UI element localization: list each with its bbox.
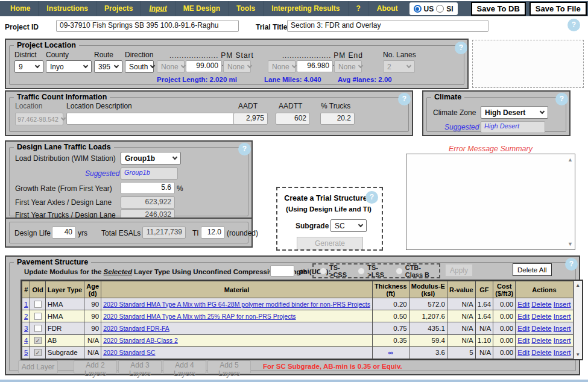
add-4-layers-button[interactable]: Add 4 Layers — [163, 360, 206, 374]
modulus-cell: 572.0 — [409, 298, 447, 310]
delete-link[interactable]: Delete — [531, 313, 551, 320]
design-life-label: Design Life — [14, 229, 51, 237]
row-number-link[interactable]: 2 — [24, 313, 28, 320]
material-link[interactable]: 2020 Standard FDR-FA — [103, 325, 169, 332]
trial-title-label: Trial Title — [256, 23, 287, 31]
subgrade-select[interactable]: SC — [330, 219, 367, 232]
ti-input[interactable]: 12.0 — [201, 227, 225, 239]
row-number-link[interactable]: 4 — [24, 337, 28, 344]
edit-link[interactable]: Edit — [517, 325, 530, 332]
district-select[interactable]: 9 — [14, 60, 43, 73]
row-number-link[interactable]: 1 — [24, 301, 28, 308]
nav-item-tools[interactable]: Tools — [228, 1, 263, 16]
insert-link[interactable]: Insert — [554, 349, 571, 356]
location-select[interactable]: 97.462-98.542 — [15, 113, 63, 125]
material-link[interactable]: 2020 Standard AB-Class 2 — [103, 337, 178, 344]
old-checkbox[interactable]: ✓ — [34, 337, 42, 344]
save-to-file-button[interactable]: Save To File — [530, 2, 587, 16]
calme-input-page: HomeInstructionsProjectsInputME DesignTo… — [0, 0, 588, 382]
project-location-help-icon[interactable]: ? — [455, 42, 467, 54]
nav-item-home[interactable]: Home — [2, 1, 38, 16]
gf-cell: N/A — [475, 322, 493, 334]
nav-item-about[interactable]: About — [368, 1, 406, 16]
trial-title-input[interactable]: Section 3: FDR and Overlay — [287, 20, 488, 32]
pm-start-suffix-select[interactable]: None — [223, 60, 251, 73]
pm-start-input[interactable]: 99.000 — [186, 60, 222, 72]
row-number-link[interactable]: 5 — [24, 349, 28, 356]
r-value-cell: N/A — [447, 310, 475, 322]
error-summary-box[interactable]: ▲ ▼ — [406, 154, 575, 250]
county-select[interactable]: Inyo — [46, 60, 92, 73]
climate-help-icon[interactable]: ? — [555, 93, 568, 105]
insert-link[interactable]: Insert — [554, 301, 571, 308]
layer-type-cell: HMA — [45, 310, 84, 322]
delete-link[interactable]: Delete — [531, 301, 551, 308]
no-lanes-select[interactable]: 2 — [383, 60, 415, 73]
chevron-down-icon — [114, 63, 119, 68]
add-2-layers-button[interactable]: Add 2 Layers — [74, 360, 117, 374]
scroll-down-icon[interactable]: ▼ — [567, 241, 573, 247]
edit-link[interactable]: Edit — [517, 301, 530, 308]
insert-link[interactable]: Insert — [554, 337, 571, 344]
nav-item-[interactable]: ? — [348, 1, 368, 16]
nav-item-instructions[interactable]: Instructions — [38, 1, 96, 16]
trial-structure-help-icon[interactable]: ? — [365, 191, 378, 204]
old-checkbox[interactable] — [34, 325, 42, 332]
growth-rate-input[interactable]: 5.6 — [121, 182, 175, 194]
delete-link[interactable]: Delete — [531, 337, 551, 344]
old-checkbox[interactable] — [34, 301, 42, 308]
design-life-input[interactable]: 40 — [52, 227, 76, 239]
nav-item-projects[interactable]: Projects — [96, 1, 141, 16]
nav-item-me-design[interactable]: ME Design — [175, 1, 228, 16]
traffic-loads-help-icon[interactable]: ? — [238, 143, 251, 155]
direction-select[interactable]: South — [125, 60, 154, 73]
col-header-r-value: R-value — [447, 281, 475, 298]
add-5-layers-button[interactable]: Add 5 Layers — [207, 360, 251, 374]
material-link[interactable]: 2020 Standard HMA Type A Mix with PG 64-… — [103, 301, 370, 308]
ucs-radio-ts-lss[interactable]: TS->LSS — [358, 264, 385, 278]
traffic-loads-section: Design Lane Traffic Loads ? Load Distrib… — [5, 140, 253, 219]
units-toggle: US SI — [409, 2, 458, 15]
add-3-layers-button[interactable]: Add 3 Layers — [118, 360, 162, 374]
old-checkbox[interactable] — [34, 313, 42, 320]
si-radio[interactable] — [436, 5, 444, 13]
actions-cell: Edit Delete Insert — [516, 298, 573, 310]
layer-type-cell: HMA — [45, 298, 84, 310]
scroll-up-icon[interactable]: ▲ — [567, 157, 573, 163]
table-scrollbar[interactable]: ▲ ▼ — [574, 281, 582, 359]
route-select[interactable]: 395 — [94, 60, 122, 73]
page-help-icon[interactable]: ? — [567, 19, 580, 31]
wim-select[interactable]: Group1b — [121, 152, 181, 164]
edit-link[interactable]: Edit — [517, 337, 530, 344]
ucs-radio-ts-css[interactable]: TS->CSS — [320, 264, 348, 278]
pavement-help-icon[interactable]: ? — [565, 258, 578, 271]
direction-label: Direction — [125, 51, 153, 59]
delete-all-button[interactable]: Delete All — [513, 263, 552, 276]
insert-link[interactable]: Insert — [554, 325, 571, 332]
pm-end-prefix-select[interactable]: None — [268, 60, 296, 73]
row-number-link[interactable]: 3 — [24, 325, 28, 332]
material-link[interactable]: 2020 Standard SC — [103, 349, 155, 356]
generate-button[interactable]: Generate — [297, 237, 363, 249]
us-radio[interactable] — [414, 5, 422, 13]
material-link[interactable]: 2020 Standard HMA Type A Mix with 25% RA… — [103, 313, 296, 320]
old-checkbox[interactable]: ✓ — [34, 349, 42, 356]
ucs-input[interactable] — [270, 265, 294, 277]
edit-link[interactable]: Edit — [517, 313, 530, 320]
nav-item-interpreting-results[interactable]: Interpreting Results — [263, 1, 347, 16]
apply-button[interactable]: Apply — [445, 264, 473, 277]
traffic-count-help-icon[interactable]: ? — [398, 93, 411, 105]
climate-zone-select[interactable]: High Desert — [481, 106, 548, 119]
delete-link[interactable]: Delete — [531, 325, 551, 332]
add-layer-button[interactable]: Add Layer — [18, 360, 58, 374]
nav-item-input[interactable]: Input — [141, 1, 174, 16]
project-id-input[interactable]: 09-37910 Fish Springs SB 395 100.8-91.6-… — [56, 20, 239, 32]
delete-link[interactable]: Delete — [531, 349, 551, 356]
edit-link[interactable]: Edit — [517, 349, 530, 356]
ucs-radio-ctb-class-b[interactable]: CTB-Class B — [396, 264, 433, 278]
pm-end-input[interactable]: 96.980 — [297, 60, 333, 72]
insert-link[interactable]: Insert — [554, 313, 571, 320]
pm-end-suffix-select[interactable]: None — [334, 60, 362, 73]
pm-start-prefix-select[interactable]: None — [157, 60, 185, 73]
save-to-db-button[interactable]: Save To DB — [471, 2, 526, 16]
